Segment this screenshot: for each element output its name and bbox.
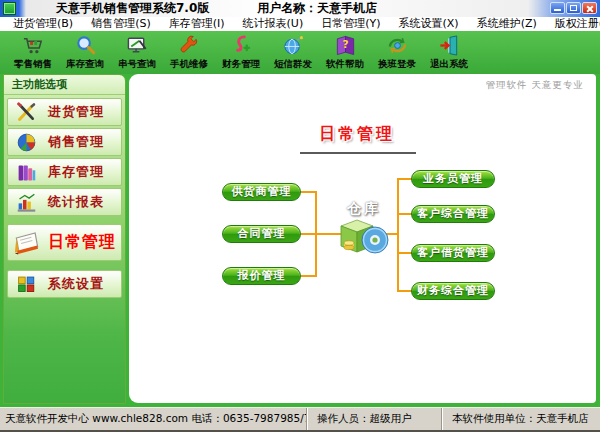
user-label: 用户名称：天意手机店 — [257, 0, 377, 17]
sidebar-item-daily[interactable]: 日常管理 — [7, 224, 122, 261]
app-window: 天意手机销售管理系统7.0版 用户名称：天意手机店 进货管理(B) 销售管理(S… — [0, 0, 600, 432]
sidebar-item-purchase[interactable]: 进货管理 — [7, 98, 122, 126]
connector-left-stub-2 — [301, 233, 341, 235]
title-underline — [300, 152, 416, 154]
menubar: 进货管理(B) 销售管理(S) 库存管理(I) 统计报表(U) 日常管理(Y) … — [0, 17, 600, 31]
sidebar-header: 主功能选项 — [4, 75, 125, 95]
status-company-info: 天意软件开发中心 www.chle828.com 电话：0635-7987985… — [0, 408, 306, 430]
toolbar-imei-query[interactable]: 串号查询 — [111, 31, 163, 74]
toolbar-sms-broadcast[interactable]: 短信群发 — [267, 31, 319, 74]
toolbar-label: 手机维修 — [170, 58, 208, 71]
toolbar-label: 短信群发 — [274, 58, 312, 71]
help-book-icon: ? — [334, 34, 357, 57]
brand-tagline: 管理软件 天意更专业 — [485, 79, 584, 92]
sidebar-item-sales[interactable]: 销售管理 — [7, 128, 122, 156]
menu-license[interactable]: 版权注册(Y) — [546, 17, 600, 31]
toolbar-help[interactable]: ? 软件帮助 — [319, 31, 371, 74]
sidebar-item-label: 日常管理 — [48, 232, 116, 253]
svg-text:?: ? — [342, 38, 348, 50]
menu-settings[interactable]: 系统设置(X) — [390, 17, 468, 31]
pie-chart-icon — [16, 132, 37, 153]
toolbar-shift-login[interactable]: 换班登录 — [371, 31, 423, 74]
toolbar-exit[interactable]: 退出系统 — [423, 31, 475, 74]
sidebar-item-inventory[interactable]: 库存管理 — [7, 158, 122, 186]
main-panel: 管理软件 天意更专业 日常管理 仓库 供货商管理 合同管理 — [129, 74, 596, 403]
link-quotation-management[interactable]: 报价管理 — [222, 267, 301, 285]
menu-sales[interactable]: 销售管理(S) — [82, 17, 160, 31]
sidebar-item-settings[interactable]: 系统设置 — [7, 270, 122, 298]
window-controls — [550, 2, 597, 14]
close-button[interactable] — [582, 2, 597, 14]
finance-icon — [230, 34, 253, 57]
calendar-pencil-icon — [12, 228, 42, 258]
sidebar-item-label: 统计报表 — [48, 193, 104, 211]
statusbar: 天意软件开发中心 www.chle828.com 电话：0635-7987985… — [0, 407, 600, 430]
toolbar-label: 串号查询 — [118, 58, 156, 71]
minimize-icon — [554, 9, 561, 11]
phone-repair-icon — [178, 34, 201, 57]
menu-purchase[interactable]: 进货管理(B) — [4, 17, 82, 31]
sidebar-item-label: 进货管理 — [48, 103, 104, 121]
tools-icon — [16, 102, 37, 123]
link-finance-management[interactable]: 财务综合管理 — [411, 282, 495, 300]
connector-left-stub-3 — [301, 275, 317, 277]
stats-icon — [16, 192, 37, 213]
menu-daily[interactable]: 日常管理(Y) — [312, 17, 389, 31]
sidebar-item-reports[interactable]: 统计报表 — [7, 188, 122, 216]
maximize-button[interactable] — [566, 2, 581, 14]
toolbar-label: 退出系统 — [430, 58, 468, 71]
sidebar-item-label: 库存管理 — [48, 163, 104, 181]
menu-inventory[interactable]: 库存管理(I) — [160, 17, 234, 31]
toolbar-label: 财务管理 — [222, 58, 260, 71]
toolbar-label: 零售销售 — [14, 58, 52, 71]
link-salesman-management[interactable]: 业务员管理 — [411, 170, 495, 188]
maximize-icon — [570, 5, 577, 11]
toolbar-label: 软件帮助 — [326, 58, 364, 71]
toolbar: 零售销售 库存查询 串号查询 手机维修 — [0, 31, 600, 74]
link-customer-management[interactable]: 客户综合管理 — [411, 205, 495, 223]
connector-right-vertical — [397, 178, 399, 292]
window-title: 天意手机销售管理系统7.0版 — [56, 0, 209, 17]
shift-login-icon — [386, 34, 409, 57]
books-icon — [16, 162, 37, 183]
exit-door-icon — [438, 34, 461, 57]
menu-maintenance[interactable]: 系统维护(Z) — [468, 17, 546, 31]
retail-cart-icon — [22, 34, 45, 57]
imei-query-icon — [126, 34, 149, 57]
sidebar-items: 进货管理 销售管理 库存管理 — [4, 95, 125, 298]
toolbar-phone-repair[interactable]: 手机维修 — [163, 31, 215, 74]
sidebar-item-label: 系统设置 — [48, 275, 104, 293]
titlebar: 天意手机销售管理系统7.0版 用户名称：天意手机店 — [0, 0, 600, 17]
stock-search-icon — [74, 34, 97, 57]
toolbar-label: 换班登录 — [378, 58, 416, 71]
toolbar-finance[interactable]: 财务管理 — [215, 31, 267, 74]
link-supplier-management[interactable]: 供货商管理 — [222, 183, 301, 201]
toolbar-retail-sale[interactable]: 零售销售 — [7, 31, 59, 74]
sidebar: 主功能选项 进货管理 销售管理 — [3, 74, 126, 404]
app-icon[interactable] — [3, 2, 16, 15]
minimize-button[interactable] — [550, 2, 565, 14]
sms-broadcast-icon — [282, 34, 305, 57]
warehouse-icon — [337, 214, 391, 256]
link-customer-loan-management[interactable]: 客户借货管理 — [411, 244, 495, 262]
link-contract-management[interactable]: 合同管理 — [222, 225, 301, 243]
status-license-unit: 本软件使用单位：天意手机店 — [443, 408, 600, 430]
toolbar-stock-query[interactable]: 库存查询 — [59, 31, 111, 74]
page-title: 日常管理 — [287, 124, 427, 145]
toolbar-label: 库存查询 — [66, 58, 104, 71]
status-operator: 操作人员：超级用户 — [308, 408, 441, 430]
blocks-icon — [16, 274, 37, 295]
connector-left-stub-1 — [301, 191, 317, 193]
sidebar-item-label: 销售管理 — [48, 133, 104, 151]
menu-reports[interactable]: 统计报表(U) — [234, 17, 313, 31]
